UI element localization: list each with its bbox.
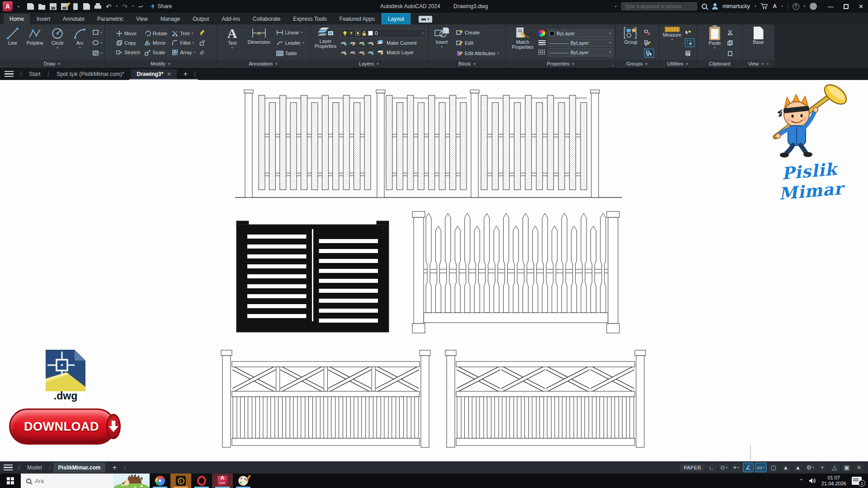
taskbar-league-of-legends[interactable]: L — [170, 474, 191, 488]
customization-gear-icon[interactable]: ⚙▾ — [805, 463, 816, 472]
annotation-scale-icon[interactable]: + — [817, 463, 828, 472]
tab-manage[interactable]: Manage — [155, 14, 186, 24]
redo-icon[interactable]: ↷ — [122, 3, 128, 10]
tab-view[interactable]: View — [130, 14, 154, 24]
file-tab-spot-isik[interactable]: Spot Işık (PislikMimar.com)* — [51, 69, 129, 79]
mirror-tool[interactable]: Mirror — [145, 38, 167, 47]
polyline-tool[interactable]: Polyline — [25, 26, 46, 60]
taskbar-autocad[interactable]: ACAD — [212, 474, 233, 488]
help-search-input[interactable] — [621, 2, 697, 10]
panel-label-layers[interactable]: Layers▼ — [310, 60, 428, 68]
cut-tool[interactable] — [727, 28, 733, 37]
save-as-icon[interactable] — [61, 3, 68, 10]
username[interactable]: mimarlucky — [722, 3, 750, 9]
panel-label-clipboard[interactable]: Clipboard — [697, 60, 742, 68]
paste-tool[interactable]: Paste ▾ — [706, 26, 724, 60]
make-current-tool[interactable]: Make Current — [387, 39, 417, 47]
tab-layout[interactable]: Layout — [382, 13, 410, 24]
tab-insert[interactable]: Insert — [31, 14, 56, 24]
insert-block-tool[interactable]: Insert ▾ — [431, 26, 453, 60]
fillet-tool[interactable]: Fillet▾ — [172, 38, 195, 47]
offset-tool[interactable] — [199, 49, 205, 57]
customize-qat-icon[interactable]: ▬▾ — [138, 5, 143, 8]
create-block-tool[interactable]: Create — [456, 28, 499, 37]
group-tool[interactable]: Group — [621, 26, 642, 60]
tab-featured-apps[interactable]: Featured Apps — [334, 14, 381, 24]
new-file-icon[interactable] — [27, 3, 34, 10]
panel-label-annotation[interactable]: Annotation▼ — [217, 60, 310, 68]
tab-home[interactable]: Home — [4, 14, 30, 24]
object-color-dropdown[interactable]: ByLayer ▾ — [547, 29, 613, 38]
taskbar-search-input[interactable] — [35, 478, 89, 484]
layer-properties-tool[interactable]: Layer Properties — [312, 26, 339, 60]
app-store-cart-icon[interactable] — [760, 3, 768, 9]
match-properties-tool[interactable]: Match Properties — [509, 26, 537, 60]
trim-tool[interactable]: Trim▾ — [172, 29, 195, 38]
restore-button[interactable] — [844, 4, 849, 9]
panel-label-modify[interactable]: Modify▼ — [105, 60, 217, 68]
group-selection-toggle[interactable] — [644, 49, 654, 57]
dwg-file-icon[interactable]: .dwg — [42, 348, 87, 403]
taskbar-search[interactable] — [21, 474, 150, 488]
paper-space-toggle[interactable]: PAPER — [680, 464, 705, 472]
tab-add-ins[interactable]: Add-ins — [216, 14, 246, 24]
open-from-mobile-icon[interactable] — [73, 3, 78, 10]
download-button[interactable]: DOWNLOAD — [9, 408, 116, 445]
notification-center-icon[interactable]: 1 — [852, 477, 862, 485]
close-button[interactable]: ✕ — [859, 3, 863, 10]
close-tab-icon[interactable]: ✕ — [167, 71, 171, 77]
app-menu-button[interactable]: A — [3, 1, 13, 11]
taskbar-paint-app[interactable] — [233, 474, 254, 488]
panel-label-properties[interactable]: Properties▼ — [506, 60, 615, 68]
panel-label-view[interactable]: View▼» — [742, 60, 774, 68]
linetype-dropdown[interactable]: ———— ByLayer ▾ — [548, 39, 613, 47]
save-icon[interactable] — [50, 3, 57, 10]
move-tool[interactable]: Move — [116, 29, 140, 38]
hidden-icons-chevron[interactable]: ⌃ — [799, 478, 803, 484]
panel-label-utilities[interactable]: Utilities▼ — [659, 60, 697, 68]
new-drawing-button[interactable]: + — [179, 70, 192, 79]
clean-screen-icon[interactable]: ▣ — [841, 463, 852, 472]
help-icon[interactable]: ? — [793, 3, 799, 10]
taskbar-opera[interactable] — [191, 474, 212, 488]
panel-label-block[interactable]: Block▼ — [429, 60, 506, 68]
plot-icon[interactable] — [94, 3, 101, 10]
file-tabs-menu-icon[interactable] — [5, 71, 14, 77]
layout-menu-icon[interactable] — [4, 465, 13, 471]
dimension-tool[interactable]: Dimension — [245, 26, 273, 60]
autodesk-a-icon[interactable]: A — [773, 3, 777, 9]
layout-tab-pislikmimar[interactable]: PislikMimar.com — [53, 463, 105, 473]
model-tab[interactable]: Model — [23, 463, 47, 473]
object-snap-icon[interactable]: ▲ — [793, 463, 803, 472]
ortho-mode-icon[interactable]: ∠ — [743, 463, 754, 472]
table-tool[interactable]: Table — [276, 49, 304, 57]
select-all-tool[interactable] — [685, 38, 694, 47]
taskbar-chrome[interactable] — [150, 474, 170, 488]
snap-mode-icon[interactable]: ⌖▾ — [731, 463, 741, 472]
file-tab-drawing3[interactable]: Drawing3* ✕ — [131, 69, 177, 79]
tab-annotate[interactable]: Annotate — [57, 14, 90, 24]
file-tab-start[interactable]: Start — [24, 69, 46, 79]
status-overflow-icon[interactable]: ≡ — [854, 463, 864, 472]
export-icon[interactable] — [83, 3, 90, 10]
search-collapse-arrow[interactable]: ▸ — [615, 5, 617, 8]
group-edit-tool[interactable] — [644, 38, 654, 47]
properties-dialog-launcher[interactable]: ⌟ — [612, 62, 613, 66]
lineweight-dropdown[interactable]: ———— ByLayer ▾ — [548, 48, 613, 56]
share-button[interactable]: ✈ Share — [150, 3, 172, 10]
line-tool[interactable]: Line — [2, 26, 23, 60]
selection-cycling-icon[interactable]: ▢ — [768, 463, 779, 472]
rotate-tool[interactable]: Rotate — [145, 29, 167, 38]
ribbon-display-toggle[interactable]: ▾ — [419, 16, 432, 23]
quick-select-tool[interactable] — [685, 28, 694, 37]
panel-label-draw[interactable]: Draw▼ — [0, 60, 104, 68]
osnap-tracking-icon[interactable]: ▲ — [780, 463, 791, 472]
arc-tool[interactable]: Arc ▾ — [70, 26, 90, 60]
ungroup-tool[interactable] — [644, 28, 654, 37]
workspace-icon[interactable]: △ — [829, 463, 840, 472]
panel-label-groups[interactable]: Groups▼ — [616, 60, 659, 68]
dynamic-input-icon[interactable]: ▭▾ — [755, 463, 767, 472]
taskbar-clock[interactable]: 01:07 21.04.2026 — [821, 475, 846, 487]
leader-tool[interactable]: Leader▾ — [276, 38, 304, 47]
rectangle-tool[interactable]: ▾ — [92, 28, 103, 37]
